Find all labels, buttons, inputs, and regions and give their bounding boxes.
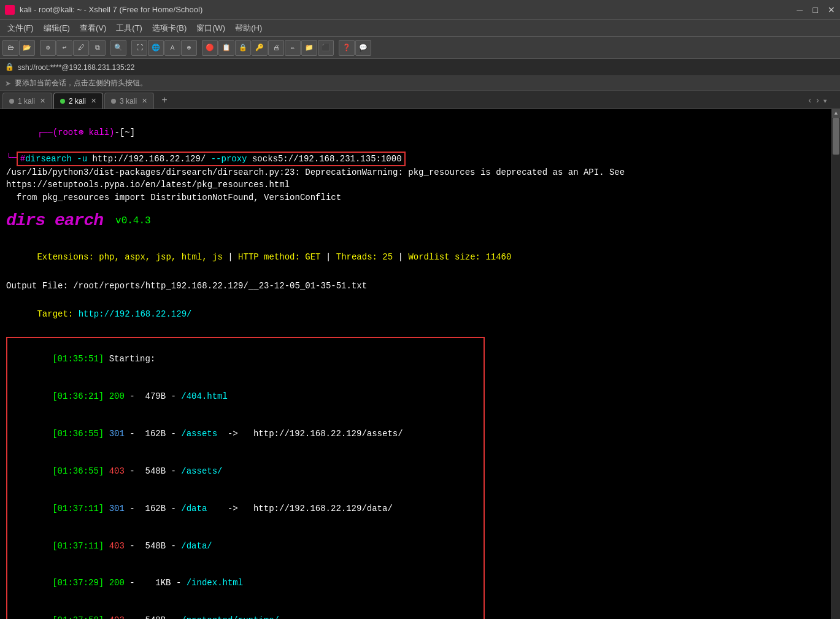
scrollbar-thumb[interactable] xyxy=(833,118,839,155)
prompt-prefix: ┌── xyxy=(37,128,52,137)
r3-dash2: - xyxy=(171,504,176,513)
title-bar: kali - root@kali: ~ - Xshell 7 (Free for… xyxy=(0,0,840,20)
r2-path: /assets/ xyxy=(181,466,222,476)
toolbar-group-3: 🔍 xyxy=(110,40,126,56)
tabs-prev-arrow[interactable]: ‹ xyxy=(807,96,812,106)
r3-arrow: -> xyxy=(228,504,238,513)
r5-path: /index.html xyxy=(187,578,243,588)
tb-btn-3[interactable]: 🖊 xyxy=(73,40,89,56)
close-button[interactable]: ✕ xyxy=(828,5,835,15)
tb-btn-10[interactable]: 🔴 xyxy=(202,40,218,56)
scrollbar-track xyxy=(832,118,840,619)
menu-window[interactable]: 窗口(W) xyxy=(191,21,230,35)
info-hint: 要添加当前会话，点击左侧的箭头按钮。 xyxy=(15,78,147,88)
menu-file[interactable]: 文件(F) xyxy=(2,21,39,35)
ext-sep-2: | xyxy=(321,252,336,262)
tab-kali-1[interactable]: 1 kali ✕ xyxy=(2,93,52,109)
tab-close-1[interactable]: ✕ xyxy=(40,97,45,105)
threads-text: Threads: 25 xyxy=(336,252,393,262)
extensions-line: Extensions: php, aspx, jsp, html, js | H… xyxy=(6,239,825,276)
r4-path: /data/ xyxy=(181,541,212,551)
r0-code: 200 xyxy=(109,391,125,401)
target-label: Target: xyxy=(37,309,78,319)
r5-dash1: - xyxy=(129,578,134,588)
toolbar: 🗁 📂 ⚙ ↩ 🖊 ⧉ 🔍 ⛶ 🌐 A ⊕ 🔴 📋 🔒 🔑 🖨 ✏ 📁 ⬛ ❓ … xyxy=(0,37,840,59)
menu-view[interactable]: 查看(V) xyxy=(75,21,111,35)
r3-redirect: http://192.168.22.129/data/ xyxy=(253,504,393,513)
tb-btn-19[interactable]: 💬 xyxy=(355,40,371,56)
r0-path: /404.html xyxy=(181,391,228,401)
ext-sep-1: | xyxy=(223,252,238,262)
tb-btn-5[interactable]: 🔍 xyxy=(110,40,126,56)
r5-size: 1KB xyxy=(155,578,171,588)
scrollbar-up[interactable]: ▲ xyxy=(832,109,840,118)
r3-time: [01:37:11] xyxy=(52,504,104,513)
tb-btn-2[interactable]: ↩ xyxy=(56,40,72,56)
command-proxy-flag: --proxy xyxy=(211,154,247,164)
minimize-button[interactable]: ─ xyxy=(797,5,803,15)
tab-label-1: 1 kali xyxy=(18,97,35,106)
menu-tabs[interactable]: 选项卡(B) xyxy=(147,21,191,35)
tb-btn-4[interactable]: ⧉ xyxy=(90,40,106,56)
tabs-menu-arrow[interactable]: ▾ xyxy=(823,96,828,106)
tab-kali-3[interactable]: 3 kali ✕ xyxy=(104,93,154,109)
result-5: [01:37:29] 200 - 1KB - /index.html xyxy=(11,564,480,602)
tb-btn-7[interactable]: 🌐 xyxy=(148,40,164,56)
title-bar-controls: ─ □ ✕ xyxy=(797,5,835,15)
menu-help[interactable]: 帮助(H) xyxy=(230,21,267,35)
target-line: Target: http://192.168.22.129/ xyxy=(6,296,825,333)
r1-path: /assets xyxy=(181,429,217,439)
menu-bar: 文件(F) 编辑(E) 查看(V) 工具(T) 选项卡(B) 窗口(W) 帮助(… xyxy=(0,20,840,37)
app-icon xyxy=(5,5,15,15)
toolbar-group-1: 🗁 📂 xyxy=(2,40,35,56)
r1-redirect: http://192.168.22.129/assets/ xyxy=(253,429,403,439)
command-line: └─ #dirsearch -u http://192.168.22.129/ … xyxy=(6,152,825,166)
r0-dash2: - xyxy=(171,391,176,401)
target-url: http://192.168.22.129/ xyxy=(79,309,192,319)
terminal[interactable]: ┌──(root⊛ kali)-[~] └─ #dirsearch -u htt… xyxy=(0,109,831,619)
menu-tools[interactable]: 工具(T) xyxy=(111,21,147,35)
tab-label-3: 3 kali xyxy=(120,97,137,106)
command-box: #dirsearch -u http://192.168.22.129/ --p… xyxy=(17,152,406,166)
r6-dash2: - xyxy=(171,615,176,619)
r3-size: 162B xyxy=(145,504,166,513)
tab-close-3[interactable]: ✕ xyxy=(142,97,147,105)
r2-dash2: - xyxy=(171,466,176,476)
tabs-next-arrow[interactable]: › xyxy=(815,96,820,106)
tb-btn-15[interactable]: ✏ xyxy=(285,40,301,56)
result-1: [01:36:55] 301 - 162B - /assets -> http:… xyxy=(11,415,480,453)
result-2: [01:36:55] 403 - 548B - /assets/ xyxy=(11,452,480,490)
r4-size: 548B xyxy=(145,541,166,551)
r2-size: 548B xyxy=(145,466,166,476)
tb-btn-17[interactable]: ⬛ xyxy=(318,40,334,56)
prompt-line: ┌──(root⊛ kali)-[~] xyxy=(6,114,825,152)
terminal-container: ┌──(root⊛ kali)-[~] └─ #dirsearch -u htt… xyxy=(0,109,840,619)
tb-btn-13[interactable]: 🔑 xyxy=(252,40,268,56)
tab-dot-3 xyxy=(111,99,116,104)
tb-btn-18[interactable]: ❓ xyxy=(339,40,355,56)
tb-btn-14[interactable]: 🖨 xyxy=(268,40,284,56)
tb-btn-1[interactable]: ⚙ xyxy=(40,40,56,56)
deprecation-line-1: /usr/lib/python3/dist-packages/dirsearch… xyxy=(6,166,825,179)
r1-arrow: -> xyxy=(228,429,238,439)
tb-btn-16[interactable]: 📁 xyxy=(301,40,317,56)
tb-btn-8[interactable]: A xyxy=(164,40,180,56)
tb-btn-11[interactable]: 📋 xyxy=(218,40,234,56)
menu-edit[interactable]: 编辑(E) xyxy=(39,21,75,35)
r1-time: [01:36:55] xyxy=(52,429,104,439)
address-bar: 🔒 ssh://root:****@192.168.231.135:22 xyxy=(0,59,840,76)
result-starting: [01:35:51] Starting: xyxy=(11,340,480,378)
r0-size: 479B xyxy=(145,391,166,401)
tb-new-btn[interactable]: 🗁 xyxy=(2,40,18,56)
tb-btn-12[interactable]: 🔒 xyxy=(235,40,251,56)
new-tab-button[interactable]: + xyxy=(158,94,171,107)
command-url: http://192.168.22.129/ xyxy=(92,154,206,164)
maximize-button[interactable]: □ xyxy=(813,5,818,15)
tab-kali-2[interactable]: 2 kali ✕ xyxy=(53,93,103,109)
scrollbar[interactable]: ▲ ▼ xyxy=(831,109,840,619)
tb-btn-6[interactable]: ⛶ xyxy=(131,40,147,56)
tb-open-btn[interactable]: 📂 xyxy=(19,40,35,56)
tab-close-2[interactable]: ✕ xyxy=(91,97,96,105)
tb-btn-9[interactable]: ⊕ xyxy=(181,40,197,56)
r6-dash1: - xyxy=(129,615,134,619)
